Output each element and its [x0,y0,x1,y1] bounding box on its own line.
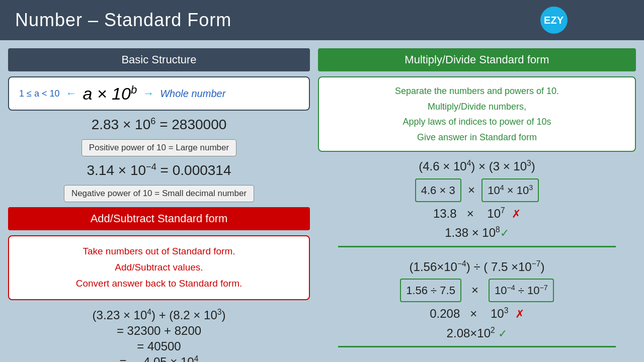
structure-box: 1 ≤ a < 10 ← a × 10b → Whole number [8,76,310,111]
add-sub-step2: Add/Subtract values. [19,259,299,276]
logo-circle: EZY [540,7,568,34]
example1-numbers-box: 4.6 × 3 [415,178,461,202]
example2-correct: 2.08×102 ✓ [318,324,636,343]
positive-label-container: Positive power of 10 = Large number [8,139,310,156]
example1-section: (4.6 × 104) × (3 × 103) 4.6 × 3 × 104 × … [318,157,636,250]
hint2: Multiply/Divide numbers, [329,99,625,115]
hint1: Separate the numbers and powers of 10. [329,83,625,99]
check-icon: ✓ [500,227,509,239]
arrow-right-icon: → [143,87,154,100]
negative-label: Negative power of 10 = Small decimal num… [64,185,254,202]
main-content: Basic Structure 1 ≤ a < 10 ← a × 10b → W… [0,40,644,362]
example1-powers-box: 104 × 103 [481,178,539,202]
cross-icon-2: ✗ [515,308,524,320]
structure-formula: a × 10b [83,83,137,104]
divider1 [338,246,616,247]
multiply-divide-header: Multiply/Divide Standard form [318,48,636,71]
logo-ezy: EZY [544,15,564,26]
example2-step1: 1.56 ÷ 7.5 × 10−4 ÷ 10−7 [318,279,636,302]
add-sub-line3: = 40500 [8,338,310,354]
positive-example: 2.83 × 106 = 2830000 [8,116,310,134]
add-sub-line4: = 4.05 × 104 [8,354,310,362]
add-sub-step3: Convert answer back to Standard form. [19,276,299,292]
basic-structure-header: Basic Structure [8,48,310,71]
example1-problem: (4.6 × 104) × (3 × 103) [318,157,636,176]
example2-numbers-box: 1.56 ÷ 7.5 [400,279,461,302]
example1-step1: 4.6 × 3 × 104 × 103 [318,178,636,202]
left-panel: Basic Structure 1 ≤ a < 10 ← a × 10b → W… [8,48,310,354]
structure-whole: Whole number [160,88,225,100]
right-panel: Multiply/Divide Standard form Separate t… [318,48,636,354]
example2-problem: (1.56×10−4) ÷ ( 7.5 ×10−7) [318,257,636,277]
example1-correct: 1.38 × 108✓ [318,223,636,242]
add-sub-step1: Take numbers out of Standard form. [19,243,299,259]
hint3: Apply laws of indices to power of 10s [329,114,625,130]
divider2 [338,346,616,347]
example1-wrong: 13.8 × 107 ✗ [318,204,636,223]
positive-label: Positive power of 10 = Large number [82,139,236,156]
add-sub-line2: = 32300 + 8200 [8,323,310,338]
negative-example: 3.14 × 10−4 = 0.000314 [8,161,310,180]
add-sub-box: Take numbers out of Standard form. Add/S… [8,235,310,300]
logo: EZY MATHS [540,7,629,34]
example2-powers-box: 10−4 ÷ 10−7 [489,279,554,302]
add-sub-example: (3.23 × 104) + (8.2 × 103) [8,307,310,323]
example2-wrong: 0.208 × 103 ✗ [318,304,636,323]
add-sub-math: (3.23 × 104) + (8.2 × 103) = 32300 + 820… [8,305,310,362]
page-title: Number – Standard Form [15,10,231,31]
header: Number – Standard Form EZY MATHS [0,0,644,40]
negative-label-container: Negative power of 10 = Small decimal num… [8,185,310,202]
logo-maths: MATHS [572,12,629,29]
check-icon-2: ✓ [498,327,507,340]
hint-box: Separate the numbers and powers of 10. M… [318,76,636,152]
example2-section: (1.56×10−4) ÷ ( 7.5 ×10−7) 1.56 ÷ 7.5 × … [318,257,636,350]
add-sub-header: Add/Subtract Standard form [8,207,310,230]
cross-icon: ✗ [512,208,521,220]
hint4: Give answer in Standard form [329,130,625,145]
arrow-left-icon: ← [65,87,76,100]
structure-constraint: 1 ≤ a < 10 [19,88,59,99]
